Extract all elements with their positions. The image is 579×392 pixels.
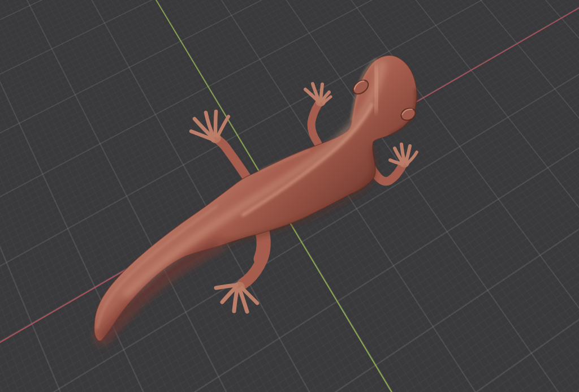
salamander-model[interactable] (0, 0, 579, 392)
left-front-leg (305, 84, 331, 143)
left-hind-leg (191, 111, 248, 179)
3d-viewport[interactable] (0, 0, 579, 392)
right-hind-toes (216, 285, 257, 312)
right-front-leg (371, 144, 417, 182)
right-front-fingers (390, 144, 417, 164)
left-hind-fingers (191, 111, 228, 140)
left-front-fingers (305, 84, 331, 103)
body-shading (97, 59, 416, 337)
